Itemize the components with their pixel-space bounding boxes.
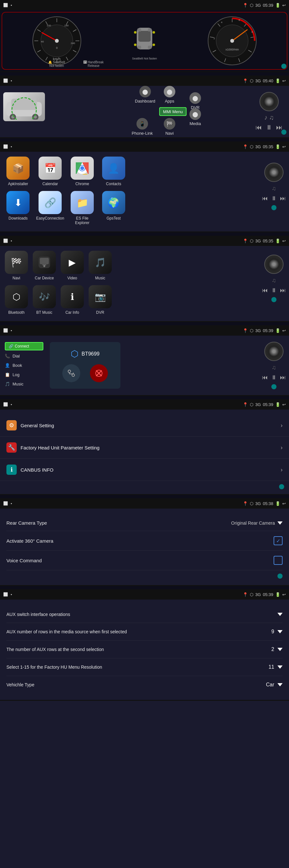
back-8[interactable]: ↩ xyxy=(282,592,286,597)
navi-icon-mmi: 🏁 xyxy=(164,118,175,129)
svg-rect-26 xyxy=(148,45,152,49)
bt-connect-action[interactable] xyxy=(62,364,80,382)
app-apkinstaller[interactable]: 📦 ApkInstaller xyxy=(5,157,32,186)
time-7: 05:38 xyxy=(263,501,273,506)
media-play-2[interactable]: ⏸ xyxy=(271,287,277,294)
sig-6: 3G xyxy=(255,402,261,407)
media-next-1[interactable]: ⏭ xyxy=(280,195,286,202)
apps-icon: ⬤ xyxy=(164,86,175,97)
aux-rows-first-dropdown[interactable] xyxy=(278,630,283,633)
bluetooth-app-icon: ⬡ xyxy=(5,285,28,308)
bt-book[interactable]: 👤 Book xyxy=(5,362,43,369)
time-6: 05:39 xyxy=(263,402,273,407)
app-bluetooth[interactable]: ⬡ Bluetooth xyxy=(5,285,28,315)
settings-general[interactable]: ⚙ General Setting › xyxy=(0,414,289,437)
app-music[interactable]: 🎵 Music xyxy=(88,251,112,280)
back-3[interactable]: ↩ xyxy=(282,144,286,149)
connect-button[interactable]: 🔗 Connect xyxy=(5,342,43,350)
dial-icon: 📞 xyxy=(5,353,10,359)
svg-point-65 xyxy=(72,374,74,376)
bt-device-header: ⬡ BT9699 xyxy=(71,348,100,359)
status-left-7: ⬜ ▪ xyxy=(3,501,12,506)
media-next-3[interactable]: ⏭ xyxy=(280,374,286,381)
back-7[interactable]: ↩ xyxy=(282,501,286,506)
media-play-3[interactable]: ⏸ xyxy=(271,374,277,381)
apkinstaller-icon: 📦 xyxy=(6,157,30,180)
bt-music-item[interactable]: 🎵 Music xyxy=(5,380,43,388)
aux-rows-first-right[interactable]: 9 xyxy=(272,629,283,634)
aux-switch-row: AUX switch interface operations xyxy=(6,606,283,623)
aux-rows-first-row: AUX number of rows in the media source w… xyxy=(6,623,283,641)
app-easyconnection[interactable]: 🔗 EasyConnection xyxy=(36,191,64,225)
settings-factory[interactable]: 🔧 Factory Head Unit Parameter Setting › xyxy=(0,437,289,459)
bat-7: 🔋 xyxy=(275,501,280,506)
app-video[interactable]: ▶ Video xyxy=(61,251,84,280)
status-right-1: 📍 ⬡ 3G 05:39 🔋 ↩ xyxy=(243,3,286,8)
rear-camera-value[interactable]: Original Rear Camera xyxy=(231,521,283,526)
aux-switch-dropdown[interactable] xyxy=(278,613,283,616)
voice-command-checkbox[interactable] xyxy=(274,556,283,565)
activate-360-checkbox[interactable]: ✓ xyxy=(274,536,283,545)
vehicle-type-right[interactable]: Car xyxy=(266,682,283,688)
aux-rows-second-right[interactable]: 2 xyxy=(272,647,283,652)
mmi-item-media[interactable]: ⬤ Media xyxy=(189,108,201,126)
gpstest-icon: 🌍 xyxy=(102,191,125,214)
navi-app-icon: 🏁 xyxy=(5,251,28,274)
app-dvr[interactable]: 📷 DVR xyxy=(88,285,112,315)
svg-text:8: 8 xyxy=(251,31,253,33)
chrome-icon xyxy=(71,157,94,180)
bt-disconnect-action[interactable] xyxy=(90,364,108,382)
back-6[interactable]: ↩ xyxy=(282,402,286,407)
status-right-2: 📍 ⬡ 3G 05:40 🔋 ↩ xyxy=(243,79,286,83)
bt-log[interactable]: 📋 Log xyxy=(5,371,43,378)
bt-6: ⬡ xyxy=(250,402,253,407)
next-track-icon[interactable]: ⏭ xyxy=(276,124,283,131)
back-icon[interactable]: ↩ xyxy=(282,3,286,8)
bat-4: 🔋 xyxy=(275,239,280,243)
mmi-item-dashboard[interactable]: ⬤ Dashboard xyxy=(135,86,155,103)
seatbelt-info: SeatBelt Not fasten xyxy=(132,57,157,60)
app-btmusic[interactable]: 🎶 BT Music xyxy=(33,285,56,315)
mmi-item-navi[interactable]: 🏁 Navi xyxy=(164,118,175,136)
aux-rows-second-dropdown[interactable] xyxy=(278,648,283,651)
app-carinfo[interactable]: ℹ Car Info xyxy=(61,285,84,315)
app-grid-1-container: 📦 ApkInstaller 📅 Calendar xyxy=(5,157,284,225)
app-gpstest[interactable]: 🌍 GpsTest xyxy=(100,191,127,225)
sd-card-icon: ▪ xyxy=(10,3,12,7)
media-play-1[interactable]: ⏸ xyxy=(271,195,277,202)
bt-dial[interactable]: 📞 Dial xyxy=(5,352,43,360)
media-prev-3[interactable]: ⏮ xyxy=(262,374,268,381)
back-2[interactable]: ↩ xyxy=(282,79,286,83)
select-resolution-right[interactable]: 11 xyxy=(268,664,283,670)
app-downloads[interactable]: ⬇ Downloads xyxy=(5,191,32,225)
media-prev-2[interactable]: ⏮ xyxy=(262,287,268,294)
select-resolution-dropdown[interactable] xyxy=(278,665,283,669)
back-4[interactable]: ↩ xyxy=(282,239,286,243)
mmi-item-dvr[interactable]: ⬤ DVR xyxy=(189,92,201,110)
media-next-2[interactable]: ⏭ xyxy=(280,287,286,294)
spacer-1 xyxy=(0,72,289,75)
app-navi[interactable]: 🏁 Navi xyxy=(5,251,28,280)
pause-icon[interactable]: ⏸ xyxy=(266,124,272,131)
app-calendar[interactable]: 📅 Calendar xyxy=(36,157,64,186)
settings-canbus[interactable]: ℹ CANBUS INFO › xyxy=(0,459,289,481)
app-grid-1-right: ♫ ⏮ ⏸ ⏭ xyxy=(262,163,286,210)
app-contacts[interactable]: 👤 Contacts xyxy=(100,157,127,186)
back-5[interactable]: ↩ xyxy=(282,328,286,333)
rear-camera-dropdown[interactable] xyxy=(278,522,283,525)
bat-3: 🔋 xyxy=(275,144,280,149)
app-cardevice[interactable]: Car Device xyxy=(33,251,56,280)
media-prev-1[interactable]: ⏮ xyxy=(262,195,268,202)
mmi-item-phonelink[interactable]: 📱 Phone-Link xyxy=(132,118,153,136)
app-chrome[interactable]: Chrome xyxy=(69,157,96,186)
vehicle-type-dropdown[interactable] xyxy=(278,683,283,686)
svg-point-54 xyxy=(34,116,37,119)
teal-3 xyxy=(272,205,277,210)
mmi-menu-label[interactable]: MMI Menu xyxy=(159,107,187,116)
mmi-item-apps[interactable]: ⬤ Apps xyxy=(164,86,175,103)
app-grid-1: 📦 ApkInstaller 📅 Calendar xyxy=(5,157,127,225)
bt-5: ⬡ xyxy=(250,328,253,333)
prev-track-icon[interactable]: ⏮ xyxy=(256,124,262,131)
aux-switch-right[interactable] xyxy=(278,613,283,616)
app-esfile[interactable]: 📁 ES File Explorer xyxy=(69,191,96,225)
